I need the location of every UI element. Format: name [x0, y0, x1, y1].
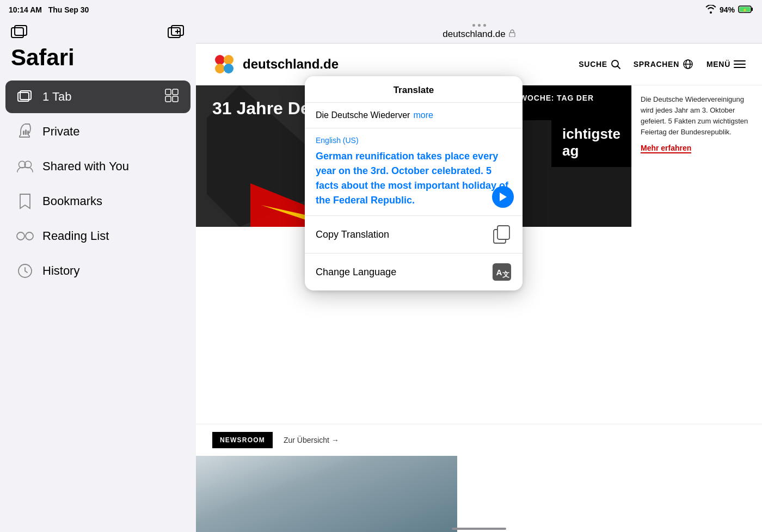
sidebar-new-tab-icon[interactable]: [168, 25, 185, 41]
history-icon: [16, 262, 34, 280]
svg-line-30: [617, 66, 620, 69]
address-bar[interactable]: deutschland.de: [443, 29, 515, 40]
svg-rect-18: [27, 131, 29, 135]
sidebar: Safari 1 Tab: [0, 20, 196, 532]
translate-popup: Translate Die Deutsche Wiederver more En…: [305, 76, 523, 290]
private-label: Private: [42, 125, 79, 139]
play-translation-button[interactable]: [492, 186, 514, 208]
bookmarks-label: Bookmarks: [42, 194, 102, 208]
battery-icon: ⚡: [738, 5, 753, 15]
article-side: Die Deutsche Wiedervereinigung wird jede…: [631, 85, 762, 227]
svg-rect-1: [752, 8, 753, 11]
site-name: deutschland.de: [243, 57, 339, 72]
language-icon: A 文: [492, 262, 512, 282]
hand-icon: [16, 123, 34, 140]
translate-title: Translate: [394, 85, 434, 95]
bookmark-icon: [16, 193, 34, 210]
browser-area: deutschland.de: [196, 20, 762, 532]
svg-rect-12: [165, 89, 171, 95]
tab-count-label: 1 Tab: [42, 90, 156, 104]
svg-rect-5: [15, 26, 27, 35]
reading-list-label: Reading List: [42, 229, 109, 243]
sidebar-item-private[interactable]: Private: [5, 115, 190, 148]
translate-target-lang: English (US): [316, 136, 512, 145]
lock-icon: [509, 29, 515, 40]
svg-rect-13: [173, 89, 178, 95]
svg-text:文: 文: [502, 270, 509, 279]
copy-translation-action[interactable]: Copy Translation: [305, 215, 523, 253]
sidebar-header: [0, 20, 196, 45]
translate-source-text: Die Deutsche Wiederver more: [305, 103, 523, 128]
browser-chrome: deutschland.de: [196, 20, 762, 44]
status-bar: 10:14 AM Thu Sep 30 94% ⚡: [0, 0, 762, 20]
reading-list-icon: [16, 227, 34, 245]
svg-point-25: [215, 55, 225, 65]
tab-grid-icon[interactable]: [164, 88, 180, 106]
svg-text:⚡: ⚡: [742, 8, 747, 13]
tab-icon: [16, 88, 34, 106]
sidebar-tab-icon[interactable]: [11, 25, 28, 41]
status-time-date: 10:14 AM Thu Sep 30: [9, 5, 89, 14]
url-text: deutschland.de: [443, 29, 505, 40]
translate-more-link[interactable]: more: [413, 110, 433, 120]
svg-point-28: [224, 64, 233, 73]
newsroom-badge: NEWSROOM: [212, 432, 273, 448]
copy-icon: [492, 225, 512, 244]
shared-icon: [16, 158, 34, 175]
svg-rect-16: [23, 131, 24, 135]
scroll-indicator: [452, 528, 506, 530]
svg-rect-42: [497, 226, 509, 239]
site-logo: deutschland.de: [212, 52, 339, 76]
site-nav: SUCHE SPRACHEN: [579, 59, 746, 70]
newsroom-section: NEWSROOM Zur Übersicht →: [196, 424, 762, 456]
change-language-action[interactable]: Change Language A 文: [305, 253, 523, 290]
translate-header: Translate: [305, 76, 523, 103]
sidebar-item-reading-list[interactable]: Reading List: [5, 220, 190, 252]
translate-result: English (US) German reunification takes …: [305, 128, 523, 215]
svg-marker-40: [500, 193, 507, 201]
wifi-icon: [705, 5, 716, 15]
nav-sprachen[interactable]: SPRACHEN: [634, 59, 693, 70]
bottom-photo-area: [196, 456, 762, 532]
shared-label: Shared with You: [42, 159, 129, 174]
nav-suche[interactable]: SUCHE: [579, 59, 620, 69]
battery-percentage: 94%: [720, 5, 735, 14]
translate-translated-text: German reunification takes place every y…: [316, 149, 512, 208]
svg-point-22: [26, 232, 33, 240]
svg-text:A: A: [496, 268, 502, 277]
svg-rect-4: [11, 28, 23, 38]
svg-rect-14: [165, 96, 171, 102]
sidebar-item-tabs[interactable]: 1 Tab: [5, 81, 190, 113]
status-icons: 94% ⚡: [705, 5, 753, 15]
zur-ubersicht-link[interactable]: Zur Übersicht →: [284, 436, 339, 444]
sidebar-item-history[interactable]: History: [5, 255, 190, 287]
bottom-photo: [196, 456, 457, 532]
change-language-label: Change Language: [316, 267, 396, 278]
svg-rect-24: [509, 33, 515, 37]
mehr-erfahren-link[interactable]: Mehr erfahren: [641, 144, 691, 153]
svg-rect-6: [168, 28, 180, 38]
svg-rect-15: [173, 96, 178, 102]
svg-point-26: [224, 55, 233, 65]
sidebar-item-shared[interactable]: Shared with You: [5, 150, 190, 183]
svg-point-27: [215, 64, 225, 73]
copy-translation-label: Copy Translation: [316, 229, 389, 240]
history-label: History: [42, 264, 79, 278]
website-content: deutschland.de SUCHE SPRACHEN: [196, 44, 762, 532]
nav-menu[interactable]: MENÜ: [706, 60, 746, 69]
sidebar-item-bookmarks[interactable]: Bookmarks: [5, 185, 190, 218]
svg-point-21: [17, 232, 24, 240]
sidebar-title: Safari: [0, 45, 196, 79]
svg-rect-17: [25, 129, 27, 135]
browser-dots: [472, 24, 486, 27]
